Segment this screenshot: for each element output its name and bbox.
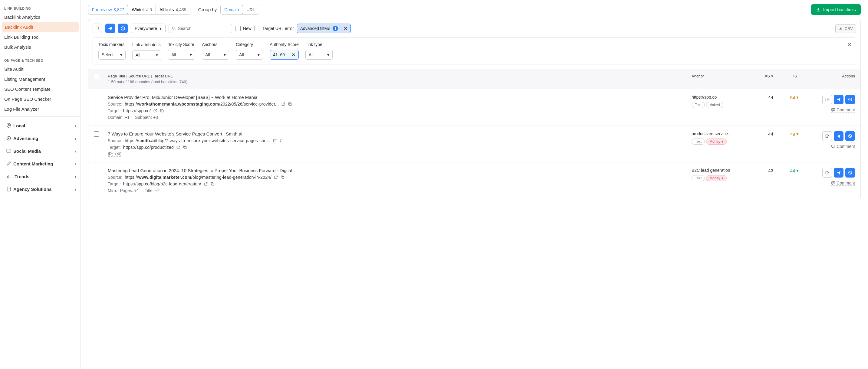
chevron-down-icon: ▾ [721,139,723,144]
tab-whitelist[interactable]: Whitelist 0 [128,5,156,14]
ts-value[interactable]: 44 ▾ [790,168,799,173]
filter-value: All [205,52,210,57]
sidebar-item-listing-management[interactable]: Listing Management [0,74,81,84]
row-checkbox[interactable] [94,168,99,173]
row-send-button[interactable] [834,95,843,104]
row-export-button[interactable] [822,131,832,141]
export-selection-button[interactable] [93,24,102,33]
group-by-label: Group by [198,7,217,12]
sidebar-cat-local[interactable]: Local › [0,119,81,132]
copy-icon[interactable] [160,109,164,113]
ts-value[interactable]: 54 ▾ [790,95,799,100]
copy-icon[interactable] [210,182,215,186]
copy-icon[interactable] [288,102,292,106]
target-error-checkbox-input[interactable] [254,26,260,31]
filter-dropdown[interactable]: All▾ [236,50,263,60]
meta-link[interactable]: Mirror Pages: +1 [108,188,139,193]
external-link-icon[interactable] [281,102,285,106]
block-button[interactable] [118,24,128,33]
row-block-button[interactable] [845,95,855,104]
row-block-button[interactable] [845,168,855,177]
comment-link[interactable]: Comment [831,180,855,186]
tab-for-review[interactable]: For review 3,827 [88,5,128,14]
external-link-icon[interactable] [153,109,157,113]
scope-dropdown[interactable]: Everywhere ▾ [131,24,165,33]
anchor-tags: TextNaked [691,102,746,108]
meta-link[interactable]: IP: +40 [108,152,121,157]
new-checkbox[interactable]: New [235,26,251,31]
filter-dropdown[interactable]: 41–60✕ [270,50,299,60]
filter-clear[interactable]: ✕ [289,52,296,57]
advanced-filters-chip[interactable]: Advanced filters 1 ✕ [297,24,351,33]
filter-dropdown[interactable]: All▾ [305,50,333,60]
search-input-wrapper[interactable] [168,24,232,33]
copy-icon[interactable] [279,138,284,143]
sidebar-item-backlink-audit[interactable]: Backlink Audit [2,22,79,32]
ts-value[interactable]: 49 ▾ [790,131,799,137]
filter-col: Toxicity ScoreAll▾ [168,42,195,60]
group-by-url[interactable]: URL [243,5,259,14]
sidebar-cat-agency-solutions[interactable]: Agency Solutions › [0,183,81,195]
meta-link[interactable]: Subpath: +3 [135,115,158,120]
target-label: Target: [108,145,121,150]
svg-point-18 [173,27,175,29]
row-send-button[interactable] [834,168,843,177]
row-export-button[interactable] [822,168,832,177]
sidebar-cat-advertising[interactable]: Advertising › [0,132,81,144]
search-icon [172,26,176,31]
svg-rect-28 [184,147,186,149]
filter-dropdown[interactable]: All▾ [168,50,195,60]
meta-link[interactable]: Title: +2 [145,188,160,193]
new-checkbox-input[interactable] [235,26,241,31]
external-link-icon[interactable] [176,145,180,149]
row-page-title: 7 Ways to Ensure Your Website's Service … [108,131,691,136]
download-icon [839,26,843,31]
external-link-icon[interactable] [204,182,208,186]
tab-all-links[interactable]: All links 4,439 [156,5,190,14]
sidebar-item-site-audit[interactable]: Site Audit [0,64,81,74]
sidebar-cat-social-media[interactable]: Social Media › [0,144,81,157]
target-error-checkbox[interactable]: Target URL error [254,26,294,31]
row-block-button[interactable] [845,131,855,141]
sidebar-item-backlink-analytics[interactable]: Backlink Analytics [0,12,81,22]
th-as-label: AS [765,74,770,78]
copy-icon[interactable] [183,145,187,149]
select-all-checkbox[interactable] [94,74,99,79]
import-backlinks-button[interactable]: Import backlinks [811,4,861,15]
row-checkbox[interactable] [94,131,99,137]
adv-filters-clear[interactable]: ✕ [341,26,347,31]
tag-money[interactable]: Money ▾ [706,175,727,181]
sidebar-cat-trends[interactable]: .Trends › [0,170,81,183]
info-icon[interactable]: ⓘ [158,42,161,47]
comment-link[interactable]: Comment [831,107,855,112]
filter-value: Select [102,52,114,57]
row-send-button[interactable] [834,131,843,141]
filter-value: All [309,52,314,57]
tag-money[interactable]: Money ▾ [706,138,727,144]
sidebar-item-bulk-analysis[interactable]: Bulk Analysis [0,42,81,52]
sidebar-item-log-file-analyzer[interactable]: Log File Analyzer [0,104,81,114]
sidebar-item-seo-content-template[interactable]: SEO Content Template [0,84,81,94]
filter-dropdown[interactable]: All▾ [202,50,229,60]
export-csv-button[interactable]: CSV [835,24,856,33]
row-checkbox[interactable] [94,95,99,100]
chevron-down-icon: ▾ [796,168,799,173]
filter-panel-close[interactable]: ✕ [847,41,851,48]
external-link-icon[interactable] [274,175,278,179]
filter-dropdown[interactable]: Select▾ [98,50,126,60]
sidebar-item-onpage-seo-checker[interactable]: On Page SEO Checker [0,94,81,104]
sidebar-item-link-building-tool[interactable]: Link Building Tool [0,32,81,42]
meta-link[interactable]: Domain: +1 [108,115,129,120]
copy-icon[interactable] [281,175,285,179]
filter-dropdown[interactable]: All▾ [132,50,161,60]
row-export-button[interactable] [822,95,832,104]
sidebar-cat-content-marketing[interactable]: Content Marketing › [0,157,81,170]
sidebar-cat-label: Content Marketing [13,161,53,166]
send-button[interactable] [105,24,115,33]
comment-link[interactable]: Comment [831,144,855,149]
external-link-icon[interactable] [273,138,277,143]
search-input[interactable] [178,26,231,31]
th-as[interactable]: AS ▾ [746,74,773,78]
target-url: https://spp.co/blog/b2c-lead-generation/ [123,181,201,186]
group-by-domain[interactable]: Domain [220,5,243,14]
